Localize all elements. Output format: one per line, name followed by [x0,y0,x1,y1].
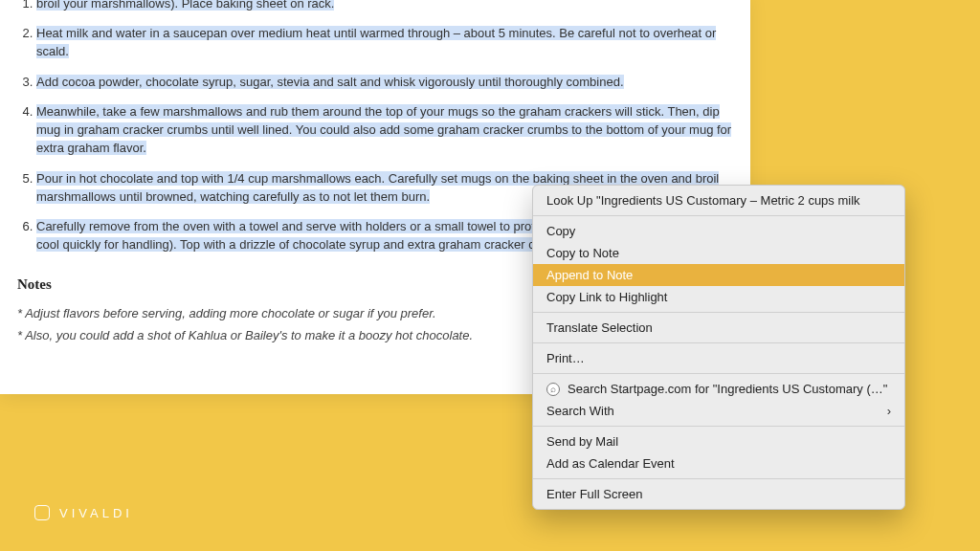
menu-separator [533,426,904,427]
menu-search-startpage[interactable]: ⌕ Search Startpage.com for "Ingredients … [533,378,904,400]
menu-translate[interactable]: Translate Selection [533,317,904,339]
recipe-step: Heat milk and water in a saucepan over m… [36,24,733,60]
recipe-step: Meanwhile, take a few marshmallows and r… [36,102,733,158]
menu-lookup[interactable]: Look Up "Ingredients US Customary – Metr… [533,189,904,211]
context-menu[interactable]: Look Up "Ingredients US Customary – Metr… [532,185,905,510]
menu-copy[interactable]: Copy [533,220,904,242]
menu-separator [533,215,904,216]
menu-separator [533,373,904,374]
menu-separator [533,342,904,343]
menu-search-with[interactable]: Search With › [533,400,904,422]
menu-enter-fullscreen[interactable]: Enter Full Screen [533,483,904,505]
highlighted-text[interactable]: Add cocoa powder, chocolate syrup, sugar… [36,75,624,89]
brand-text: VIVALDI [59,506,133,520]
menu-print[interactable]: Print… [533,347,904,369]
chevron-right-icon: › [887,404,891,418]
vivaldi-logo: VIVALDI [34,505,133,520]
menu-separator [533,312,904,313]
menu-send-by-mail[interactable]: Send by Mail [533,430,904,452]
menu-append-to-note[interactable]: Append to Note [533,264,904,286]
highlighted-text[interactable]: Meanwhile, take a few marshmallows and r… [36,104,731,155]
vivaldi-icon [34,505,50,520]
menu-copy-link-highlight[interactable]: Copy Link to Highlight [533,286,904,308]
highlighted-text[interactable]: Heat milk and water in a saucepan over m… [36,26,716,58]
search-icon: ⌕ [546,383,560,396]
highlighted-text[interactable]: broil your marshmallows). Place baking s… [36,0,334,11]
recipe-step: Add cocoa powder, chocolate syrup, sugar… [36,73,733,91]
menu-copy-to-note[interactable]: Copy to Note [533,242,904,264]
menu-add-calendar[interactable]: Add as Calendar Event [533,452,904,474]
menu-separator [533,478,904,479]
recipe-step: broil your marshmallows). Place baking s… [36,0,733,12]
